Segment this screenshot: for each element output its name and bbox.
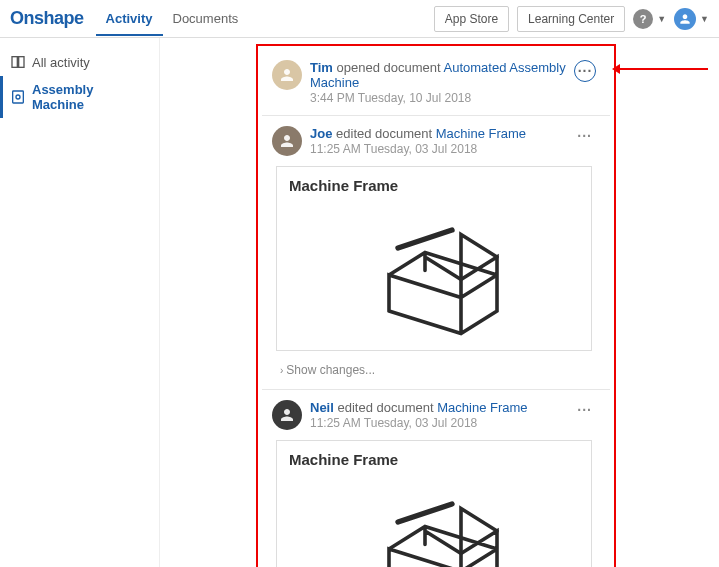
sidebar: All activity Assembly Machine: [0, 38, 160, 567]
activity-card: Neil edited document Machine Frame 11:25…: [262, 390, 610, 567]
app-store-button[interactable]: App Store: [434, 6, 509, 32]
sidebar-item-label: All activity: [32, 55, 90, 70]
activity-card: Joe edited document Machine Frame 11:25 …: [262, 116, 610, 390]
preview-thumbnail: [277, 200, 591, 350]
card-text: Joe edited document Machine Frame 11:25 …: [310, 126, 565, 156]
preview-thumbnail: [277, 474, 591, 567]
user-link[interactable]: Joe: [310, 126, 332, 141]
all-activity-icon: [10, 54, 26, 70]
document-link[interactable]: Machine Frame: [436, 126, 526, 141]
document-preview[interactable]: Machine Frame: [276, 166, 592, 351]
avatar[interactable]: [272, 60, 302, 90]
activity-line: Tim opened document Automated Assembly M…: [310, 60, 566, 90]
top-header: Onshape Activity Documents App Store Lea…: [0, 0, 719, 38]
ellipsis-icon: ···: [577, 128, 592, 144]
activity-line: Joe edited document Machine Frame: [310, 126, 565, 141]
frame-3d-icon: [344, 479, 524, 567]
learning-center-button[interactable]: Learning Center: [517, 6, 625, 32]
user-dropdown-caret[interactable]: ▼: [700, 14, 709, 24]
activity-line: Neil edited document Machine Frame: [310, 400, 565, 415]
ellipsis-icon: ···: [577, 402, 592, 418]
sidebar-item-all-activity[interactable]: All activity: [0, 48, 159, 76]
card-menu-button[interactable]: ···: [573, 400, 596, 420]
preview-title: Machine Frame: [277, 441, 591, 474]
user-link[interactable]: Tim: [310, 60, 333, 75]
card-header: Neil edited document Machine Frame 11:25…: [272, 400, 596, 430]
user-avatar[interactable]: [674, 8, 696, 30]
timestamp: 11:25 AM Tuesday, 03 Jul 2018: [310, 416, 565, 430]
timestamp: 11:25 AM Tuesday, 03 Jul 2018: [310, 142, 565, 156]
document-link[interactable]: Machine Frame: [437, 400, 527, 415]
chevron-right-icon: ›: [280, 365, 283, 376]
document-icon: [10, 89, 26, 105]
card-text: Neil edited document Machine Frame 11:25…: [310, 400, 565, 430]
card-text: Tim opened document Automated Assembly M…: [310, 60, 566, 105]
preview-title: Machine Frame: [277, 167, 591, 200]
help-icon[interactable]: ?: [633, 9, 653, 29]
tab-activity[interactable]: Activity: [96, 1, 163, 36]
user-link[interactable]: Neil: [310, 400, 334, 415]
header-right: App Store Learning Center ? ▼ ▼: [434, 6, 709, 32]
action-text: edited document: [337, 400, 433, 415]
card-header: Joe edited document Machine Frame 11:25 …: [272, 126, 596, 156]
sidebar-item-label: Assembly Machine: [32, 82, 149, 112]
svg-rect-2: [13, 91, 24, 103]
card-menu-button[interactable]: ···: [574, 60, 596, 82]
action-text: edited document: [336, 126, 432, 141]
main: All activity Assembly Machine: [0, 38, 719, 567]
avatar[interactable]: [272, 400, 302, 430]
sidebar-item-assembly-machine[interactable]: Assembly Machine: [0, 76, 159, 118]
frame-3d-icon: [344, 205, 524, 345]
svg-point-3: [16, 95, 20, 99]
show-changes-link[interactable]: › Show changes...: [272, 357, 596, 379]
feed-outer: Tim opened document Automated Assembly M…: [256, 44, 616, 567]
action-text: opened document: [337, 60, 441, 75]
document-preview[interactable]: Machine Frame: [276, 440, 592, 567]
tab-documents[interactable]: Documents: [163, 1, 249, 36]
logo[interactable]: Onshape: [10, 8, 84, 29]
ellipsis-icon: ···: [578, 63, 593, 79]
activity-feed: Tim opened document Automated Assembly M…: [256, 44, 616, 567]
avatar[interactable]: [272, 126, 302, 156]
card-menu-button[interactable]: ···: [573, 126, 596, 146]
activity-card: Tim opened document Automated Assembly M…: [262, 50, 610, 116]
activity-feed-scroll[interactable]: Tim opened document Automated Assembly M…: [160, 38, 719, 567]
show-changes-label: Show changes...: [286, 363, 375, 377]
svg-rect-1: [19, 57, 24, 68]
top-tabs: Activity Documents: [96, 1, 249, 36]
timestamp: 3:44 PM Tuesday, 10 Jul 2018: [310, 91, 566, 105]
card-header: Tim opened document Automated Assembly M…: [272, 60, 596, 105]
help-dropdown-caret[interactable]: ▼: [657, 14, 666, 24]
svg-rect-0: [12, 57, 17, 68]
arrow-annotation: [618, 64, 708, 74]
person-icon: [678, 12, 692, 26]
